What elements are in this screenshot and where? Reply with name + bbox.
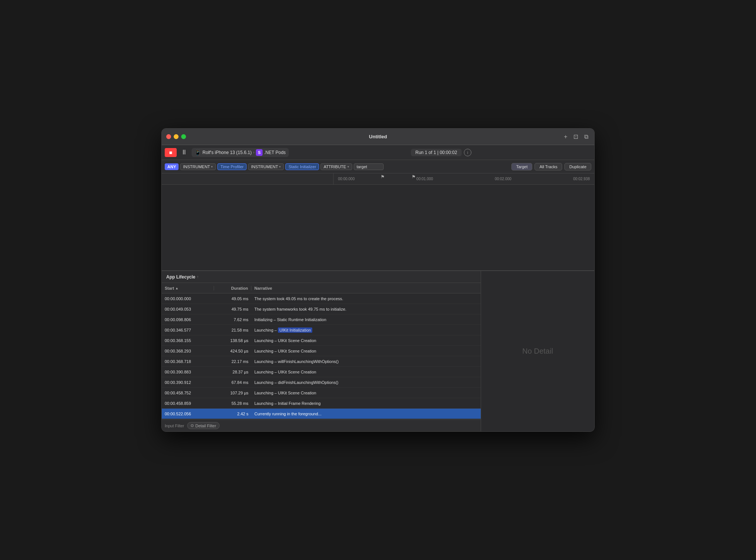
- table-columns: Start ▲ Duration Narrative: [162, 283, 481, 293]
- duplicate-button[interactable]: Duplicate: [564, 163, 591, 170]
- col-duration-header[interactable]: Duration: [214, 286, 251, 290]
- cell-narrative: Initializing – Static Runtime Initializa…: [251, 317, 481, 322]
- detail-filter-button[interactable]: ⊙ Detail Filter: [187, 422, 220, 429]
- device-name: Rolf's iPhone 13 (15.6.1): [202, 150, 252, 155]
- titlebar-controls: + ⊡ ⧉: [563, 132, 590, 141]
- table-row[interactable]: 00:00.000.000 49.05 ms The system took 4…: [162, 293, 481, 304]
- table-row[interactable]: 00:00.346.577 21.58 ms Launching – UIKit…: [162, 325, 481, 335]
- cell-duration: 138.58 µs: [214, 338, 251, 343]
- cell-duration: 7.62 ms: [214, 317, 251, 322]
- filterbar: ANY INSTRUMENT ▾ Time Profiler INSTRUMEN…: [162, 160, 594, 173]
- pause-button[interactable]: ⏸: [179, 148, 189, 157]
- sort-arrow-icon[interactable]: ↑: [197, 275, 199, 279]
- table-row[interactable]: 00:00.458.752 107.29 µs Launching – UIKi…: [162, 388, 481, 398]
- filter-instrument-chip-2[interactable]: INSTRUMENT ▾: [248, 163, 284, 170]
- cell-start: 00:00.458.859: [162, 401, 214, 406]
- cell-narrative: The system took 49.05 ms to create the p…: [251, 296, 481, 301]
- pause-icon: ⏸: [181, 148, 188, 156]
- flag-icon-1: ⚑: [381, 174, 385, 179]
- table-header-bar: App Lifecycle ↑: [162, 271, 481, 283]
- all-tracks-button[interactable]: All Tracks: [535, 163, 562, 170]
- table-area: App Lifecycle ↑ Start ▲ Duration Narrati…: [162, 271, 481, 431]
- app-badge: S: [256, 149, 263, 156]
- target-button[interactable]: Target: [511, 163, 533, 170]
- cell-start: 00:00.390.912: [162, 380, 214, 385]
- table-filter-bar: Input Filter ⊙ Detail Filter: [162, 419, 481, 431]
- split-button[interactable]: ⊡: [572, 132, 580, 141]
- table-row[interactable]: 00:00.368.293 424.50 µs Launching – UIKi…: [162, 346, 481, 356]
- filter-target-field[interactable]: target: [354, 163, 384, 170]
- cell-start: 00:00.098.806: [162, 317, 214, 322]
- stop-icon: ■: [169, 150, 172, 156]
- filter-any-button[interactable]: ANY: [165, 163, 179, 170]
- data-panel: App Lifecycle ↑ Start ▲ Duration Narrati…: [162, 271, 594, 431]
- cell-duration: 2.42 s: [214, 412, 251, 416]
- filter-right-controls: Target All Tracks Duplicate: [511, 163, 591, 170]
- table-row[interactable]: 00:00.049.053 49.75 ms The system framew…: [162, 304, 481, 314]
- app-name: .NET Pods: [264, 150, 286, 155]
- table-header-title: App Lifecycle ↑: [166, 274, 199, 280]
- time-marks: 00:00.000 00:01.000 00:02.000 00:02.938: [337, 177, 591, 181]
- stop-button[interactable]: ■: [165, 148, 177, 157]
- table-row[interactable]: 00:00.368.155 138.58 µs Launching – UIKi…: [162, 335, 481, 346]
- close-button[interactable]: [166, 134, 171, 139]
- cell-narrative: Launching – didFinishLaunchingWithOption…: [251, 380, 481, 385]
- table-row[interactable]: 00:00.098.806 7.62 ms Initializing – Sta…: [162, 314, 481, 325]
- traffic-lights: [166, 134, 186, 139]
- cell-start: 00:00.368.718: [162, 359, 214, 364]
- cell-narrative: Launching – UIKit Initialization: [251, 328, 481, 332]
- cell-duration: 424.50 µs: [214, 349, 251, 353]
- chevron-down-icon-2: ▾: [279, 165, 281, 169]
- chevron-down-icon: ▾: [211, 165, 213, 169]
- cell-narrative: Currently running in the foreground...: [251, 412, 481, 416]
- cell-narrative: Launching – UIKit Scene Creation: [251, 370, 481, 374]
- cell-duration: 28.37 µs: [214, 370, 251, 374]
- filter-static-initializer-chip[interactable]: Static Initializer: [285, 163, 319, 170]
- cell-start: 00:00.522.056: [162, 412, 214, 416]
- cell-start: 00:00.390.883: [162, 370, 214, 374]
- filter-instrument-chip-1[interactable]: INSTRUMENT ▾: [180, 163, 216, 170]
- layout-button[interactable]: ⧉: [583, 133, 590, 141]
- detail-panel: No Detail: [481, 271, 594, 431]
- cell-narrative: Launching – UIKit Scene Creation: [251, 349, 481, 353]
- cell-duration: 55.28 ms: [214, 401, 251, 406]
- sort-asc-icon: ▲: [175, 286, 179, 290]
- window-title: Untitled: [369, 134, 387, 139]
- table-body[interactable]: 00:00.000.000 49.05 ms The system took 4…: [162, 293, 481, 419]
- cell-narrative: Launching – willFinishLaunchingWithOptio…: [251, 359, 481, 364]
- minimize-button[interactable]: [174, 134, 179, 139]
- track-header-spacer: [162, 173, 334, 185]
- cell-start: 00:00.000.000: [162, 296, 214, 301]
- table-row[interactable]: 00:00.368.718 22.17 ms Launching – willF…: [162, 356, 481, 367]
- flag-icon-2: ⚑: [412, 174, 416, 179]
- cell-narrative: Launching – UIKit Scene Creation: [251, 391, 481, 395]
- cell-start: 00:00.049.053: [162, 307, 214, 311]
- toolbar: ■ ⏸ 📱 Rolf's iPhone 13 (15.6.1) › S .NET…: [162, 145, 594, 160]
- fullscreen-button[interactable]: [181, 134, 186, 139]
- info-button[interactable]: i: [464, 149, 471, 156]
- iphone-icon: 📱: [195, 150, 201, 156]
- cell-duration: 22.17 ms: [214, 359, 251, 364]
- filter-attribute-chip[interactable]: ATTRIBUTE ▾: [320, 163, 352, 170]
- cell-narrative: Launching – UIKit Scene Creation: [251, 338, 481, 343]
- table-row[interactable]: 00:00.390.912 67.84 ms Launching – didFi…: [162, 377, 481, 388]
- table-row[interactable]: 00:00.390.883 28.37 µs Launching – UIKit…: [162, 367, 481, 377]
- col-narrative-header[interactable]: Narrative: [251, 286, 481, 290]
- cell-duration: 49.75 ms: [214, 307, 251, 311]
- filter-time-profiler-chip[interactable]: Time Profiler: [217, 163, 247, 170]
- main-content: ⚑ ⚑ 00:00.000 00:01.000 00:02.000 00:02.…: [162, 173, 594, 431]
- input-filter-label[interactable]: Input Filter: [165, 424, 184, 428]
- track-area: ⚑ ⚑ 00:00.000 00:01.000 00:02.000 00:02.…: [162, 173, 594, 271]
- highlight-span: UIKit Initialization: [278, 327, 312, 333]
- cell-duration: 67.84 ms: [214, 380, 251, 385]
- run-info-box: Run 1 of 1 | 00:00:02: [411, 149, 462, 156]
- col-start-header[interactable]: Start ▲: [162, 286, 214, 290]
- chevron-right-icon: ›: [253, 150, 254, 154]
- no-detail-label: No Detail: [522, 347, 553, 356]
- device-selector[interactable]: 📱 Rolf's iPhone 13 (15.6.1) › S .NET Pod…: [192, 148, 289, 157]
- table-row-selected[interactable]: 00:00.522.056 2.42 s Currently running i…: [162, 409, 481, 419]
- table-row[interactable]: 00:00.458.859 55.28 ms Launching – Initi…: [162, 398, 481, 409]
- cell-start: 00:00.368.293: [162, 349, 214, 353]
- add-button[interactable]: +: [563, 133, 569, 141]
- filter-circle-icon: ⊙: [190, 423, 194, 428]
